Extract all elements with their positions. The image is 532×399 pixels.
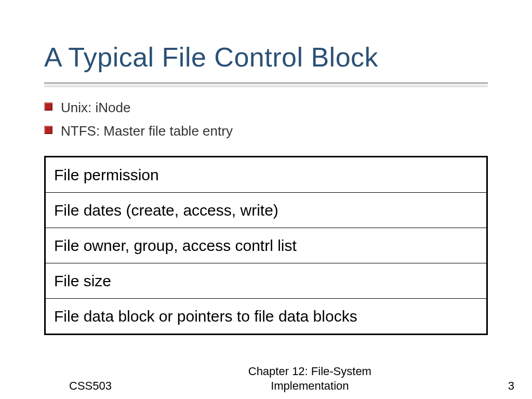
bullet-list: Unix: iNode NTFS: Master file table entr… <box>44 99 488 140</box>
bullet-text: NTFS: Master file table entry <box>61 123 233 139</box>
slide-container: A Typical File Control Block Unix: iNode… <box>0 0 532 399</box>
title-underline <box>44 82 488 84</box>
footer-page-number: 3 <box>508 379 517 393</box>
square-bullet-icon <box>44 126 52 134</box>
slide-title: A Typical File Control Block <box>44 42 488 73</box>
table-row: File data block or pointers to file data… <box>45 299 487 335</box>
list-item: NTFS: Master file table entry <box>61 122 488 140</box>
table-row: File dates (create, access, write) <box>45 193 487 228</box>
slide-footer: CSS503 Chapter 12: File-System Implement… <box>0 364 532 393</box>
table-row: File permission <box>45 157 487 193</box>
footer-center-line2: Implementation <box>271 379 349 392</box>
footer-course-code: CSS503 <box>15 379 112 393</box>
table-row: File owner, group, access contrl list <box>45 228 487 263</box>
bullet-text: Unix: iNode <box>61 100 130 115</box>
fcb-table: File permission File dates (create, acce… <box>44 156 488 335</box>
list-item: Unix: iNode <box>61 99 488 117</box>
footer-center-line1: Chapter 12: File-System <box>248 365 371 378</box>
square-bullet-icon <box>44 102 52 111</box>
table-row: File size <box>45 263 487 299</box>
footer-chapter-title: Chapter 12: File-System Implementation <box>112 364 508 393</box>
